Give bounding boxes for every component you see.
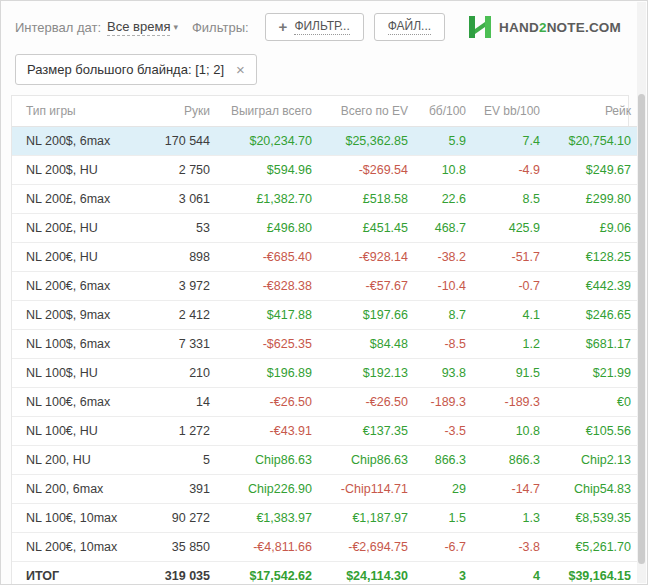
- column-header-4[interactable]: Всего по EV: [321, 96, 417, 127]
- table-row[interactable]: NL 200, 6max391Chip226.90-Chip114.7129-1…: [12, 475, 640, 504]
- table-cell: NL 200, HU: [12, 446, 149, 475]
- table-cell: Chip54.83: [549, 475, 640, 504]
- table-cell: $417.88: [219, 301, 321, 330]
- table-row[interactable]: NL 200$, 6max170 544$20,234.70$25,362.85…: [12, 127, 640, 156]
- table-cell: $24,114.30: [321, 562, 417, 585]
- scrollbar-thumb[interactable]: [638, 94, 645, 564]
- table-cell: €5,261.70: [549, 533, 640, 562]
- table-cell: 1.5: [417, 504, 475, 533]
- close-icon[interactable]: ×: [236, 65, 245, 75]
- table-row[interactable]: NL 200€, HU898-€685.40-€928.14-38.2-51.7…: [12, 243, 640, 272]
- table-cell: NL 200€, 6max: [12, 272, 149, 301]
- table-cell: $246.65: [549, 301, 640, 330]
- table-cell: €0: [549, 388, 640, 417]
- stats-table-container: Тип игрыРукиВыиграл всегоВсего по EVбб/1…: [11, 95, 629, 585]
- table-cell: -$625.35: [219, 330, 321, 359]
- table-cell: 1 272: [149, 417, 219, 446]
- table-cell: €1,187.97: [321, 504, 417, 533]
- table-cell: €105.56: [549, 417, 640, 446]
- table-header-row: Тип игрыРукиВыиграл всегоВсего по EVбб/1…: [12, 96, 640, 127]
- table-cell: £9.06: [549, 214, 640, 243]
- table-cell: $17,542.62: [219, 562, 321, 585]
- table-cell: 1.2: [475, 330, 549, 359]
- table-cell: $20,754.10: [549, 127, 640, 156]
- table-cell: -6.7: [417, 533, 475, 562]
- column-header-5[interactable]: бб/100: [417, 96, 475, 127]
- hand2note-logo[interactable]: HAND2NOTE.COM: [468, 16, 621, 38]
- filter-chip[interactable]: Размер большого блайнда: [1; 2] ×: [15, 54, 257, 85]
- table-cell: Chip226.90: [219, 475, 321, 504]
- column-header-6[interactable]: EV bb/100: [475, 96, 549, 127]
- table-cell: -189.3: [417, 388, 475, 417]
- table-cell: £299.80: [549, 185, 640, 214]
- table-row[interactable]: NL 100€, HU1 272-€43.91€137.35-3.510.8€1…: [12, 417, 640, 446]
- table-cell: -51.7: [475, 243, 549, 272]
- table-cell: NL 200$, 6max: [12, 127, 149, 156]
- table-row[interactable]: NL 100€, 6max14-€26.50-€26.50-189.3-189.…: [12, 388, 640, 417]
- table-cell: NL 200€, 10max: [12, 533, 149, 562]
- table-cell: Chip86.63: [219, 446, 321, 475]
- table-cell: NL 200€, HU: [12, 243, 149, 272]
- toolbar: Интервал дат: Все время ▾ Фильтры: + ФИЛ…: [1, 1, 647, 49]
- file-button[interactable]: ФАЙЛ...: [374, 13, 445, 41]
- table-cell: 8.5: [475, 185, 549, 214]
- table-cell: 2 412: [149, 301, 219, 330]
- filters-label: Фильтры:: [192, 20, 249, 35]
- table-cell: NL 100€, 6max: [12, 388, 149, 417]
- table-row[interactable]: NL 200, HU5Chip86.63Chip86.63866.3866.3C…: [12, 446, 640, 475]
- table-cell: -€26.50: [321, 388, 417, 417]
- table-cell: €442.39: [549, 272, 640, 301]
- table-cell: 10.8: [417, 156, 475, 185]
- table-cell: 3 061: [149, 185, 219, 214]
- table-cell: -0.7: [475, 272, 549, 301]
- date-interval-dropdown[interactable]: Все время: [107, 19, 170, 36]
- table-cell: 90 272: [149, 504, 219, 533]
- table-row[interactable]: NL 200£, 6max3 061£1,382.70£518.5822.68.…: [12, 185, 640, 214]
- table-cell: £518.58: [321, 185, 417, 214]
- total-row[interactable]: ИТОГ319 035$17,542.62$24,114.3034$39,164…: [12, 562, 640, 585]
- table-cell: 866.3: [475, 446, 549, 475]
- table-cell: 319 035: [149, 562, 219, 585]
- table-cell: -8.5: [417, 330, 475, 359]
- table-row[interactable]: NL 100€, 10max90 272€1,383.97€1,187.971.…: [12, 504, 640, 533]
- table-cell: -€2,694.75: [321, 533, 417, 562]
- table-cell: €137.35: [321, 417, 417, 446]
- table-cell: -38.2: [417, 243, 475, 272]
- table-cell: 7.4: [475, 127, 549, 156]
- table-cell: 53: [149, 214, 219, 243]
- table-cell: NL 200£, HU: [12, 214, 149, 243]
- table-cell: 210: [149, 359, 219, 388]
- vertical-scrollbar[interactable]: [637, 2, 646, 583]
- table-cell: NL 200$, 9max: [12, 301, 149, 330]
- table-row[interactable]: NL 100$, 6max7 331-$625.35$84.48-8.51.2$…: [12, 330, 640, 359]
- stats-table: Тип игрыРукиВыиграл всегоВсего по EVбб/1…: [12, 96, 640, 585]
- filter-chip-row: Размер большого блайнда: [1; 2] ×: [1, 49, 647, 95]
- table-cell: $196.89: [219, 359, 321, 388]
- table-cell: ИТОГ: [12, 562, 149, 585]
- table-cell: NL 200, 6max: [12, 475, 149, 504]
- table-cell: Chip86.63: [321, 446, 417, 475]
- table-cell: $21.99: [549, 359, 640, 388]
- column-header-1[interactable]: Тип игры: [12, 96, 149, 127]
- table-row[interactable]: NL 200$, HU2 750$594.96-$269.5410.8-4.9$…: [12, 156, 640, 185]
- table-cell: 3 972: [149, 272, 219, 301]
- table-cell: $84.48: [321, 330, 417, 359]
- table-row[interactable]: NL 200£, HU53£496.80£451.45468.7425.9£9.…: [12, 214, 640, 243]
- table-row[interactable]: NL 200$, 9max2 412$417.88$197.668.74.1$2…: [12, 301, 640, 330]
- table-cell: 29: [417, 475, 475, 504]
- hand2note-logo-text: HAND2NOTE.COM: [499, 20, 621, 35]
- table-cell: 93.8: [417, 359, 475, 388]
- table-cell: NL 100€, HU: [12, 417, 149, 446]
- table-cell: NL 200£, 6max: [12, 185, 149, 214]
- column-header-3[interactable]: Выиграл всего: [219, 96, 321, 127]
- table-cell: 425.9: [475, 214, 549, 243]
- column-header-2[interactable]: Руки: [149, 96, 219, 127]
- table-cell: -$269.54: [321, 156, 417, 185]
- table-cell: -3.8: [475, 533, 549, 562]
- add-filter-button[interactable]: + ФИЛЬТР...: [265, 13, 364, 41]
- table-row[interactable]: NL 200€, 6max3 972-€828.38-€57.67-10.4-0…: [12, 272, 640, 301]
- table-row[interactable]: NL 200€, 10max35 850-€4,811.66-€2,694.75…: [12, 533, 640, 562]
- column-header-7[interactable]: Рейк: [549, 96, 640, 127]
- table-row[interactable]: NL 100$, HU210$196.89$192.1393.891.5$21.…: [12, 359, 640, 388]
- table-cell: 8.7: [417, 301, 475, 330]
